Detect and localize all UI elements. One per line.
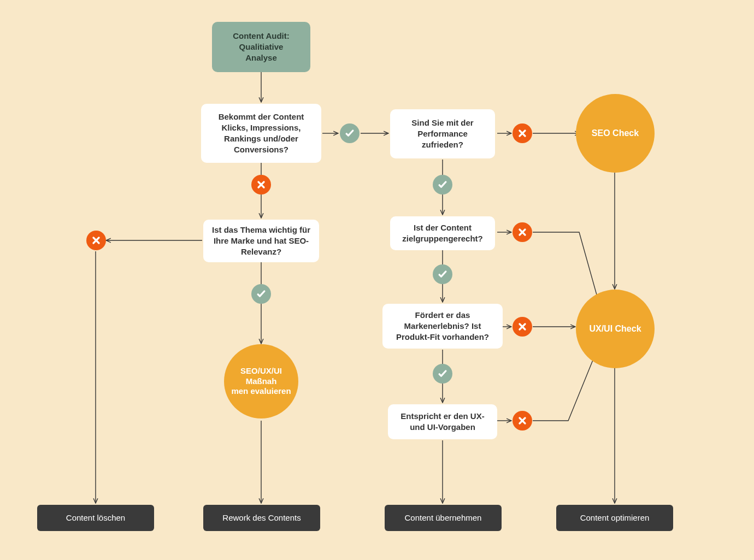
node-c1-label: SEO/UX/UI Maßnah men evaluieren [224, 366, 298, 397]
cross-icon [513, 222, 532, 242]
node-q5-label: Fördert er das Markenerlebnis? Ist Produ… [390, 310, 495, 343]
node-t2-label: Rework des Contents [222, 512, 301, 523]
node-start: Content Audit: Qualitiative Analyse [212, 22, 310, 72]
node-c2: SEO Check [576, 94, 655, 173]
node-start-label: Content Audit: Qualitiative Analyse [233, 31, 290, 64]
node-q3: Sind Sie mit der Performance zufrieden? [390, 109, 495, 158]
node-t1: Content löschen [37, 505, 154, 531]
node-q4: Ist der Content zielgruppengerecht? [390, 216, 495, 250]
node-t3-label: Content übernehmen [405, 512, 482, 523]
flow-arrows [0, 0, 754, 560]
cross-icon [513, 317, 532, 337]
node-q1: Bekommt der Content Klicks, Impressions,… [201, 104, 321, 163]
cross-icon [86, 231, 106, 250]
cross-icon [513, 411, 532, 431]
node-t3: Content übernehmen [385, 505, 502, 531]
node-c2-label: SEO Check [592, 128, 639, 138]
node-q6: Entspricht er den UX- und UI-Vorgaben [388, 404, 497, 439]
node-c3: UX/UI Check [576, 290, 655, 368]
check-icon [433, 175, 452, 194]
node-q3-label: Sind Sie mit der Performance zufrieden? [398, 117, 487, 151]
node-q5: Fördert er das Markenerlebnis? Ist Produ… [382, 304, 503, 349]
check-icon [433, 364, 452, 384]
node-t2: Rework des Contents [203, 505, 320, 531]
node-t4: Content optimieren [556, 505, 673, 531]
check-icon [251, 284, 271, 304]
node-q4-label: Ist der Content zielgruppengerecht? [398, 222, 487, 245]
node-q2-label: Ist das Thema wichtig für Ihre Marke und… [211, 225, 311, 258]
check-icon [433, 264, 452, 284]
node-t1-label: Content löschen [66, 512, 125, 523]
node-c1: SEO/UX/UI Maßnah men evaluieren [224, 344, 298, 418]
node-q2: Ist das Thema wichtig für Ihre Marke und… [203, 220, 319, 262]
check-icon [340, 123, 360, 143]
node-q6-label: Entspricht er den UX- und UI-Vorgaben [396, 411, 490, 433]
cross-icon [513, 123, 532, 143]
node-t4-label: Content optimieren [580, 512, 650, 523]
cross-icon [251, 175, 271, 194]
node-c3-label: UX/UI Check [589, 323, 641, 335]
node-q1-label: Bekommt der Content Klicks, Impressions,… [209, 111, 314, 156]
